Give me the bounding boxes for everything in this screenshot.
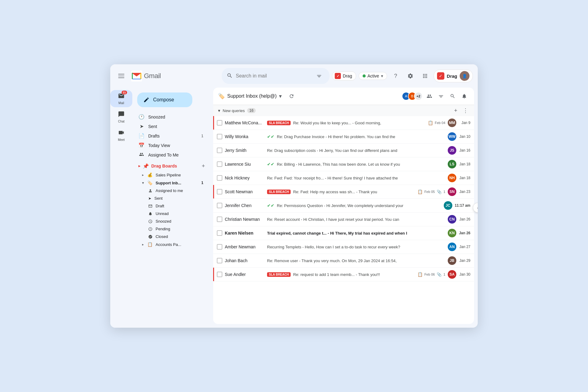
avatar-count: +2 (414, 92, 423, 100)
section-add-button[interactable]: + (452, 107, 459, 114)
avatar-stack: A B +2 (402, 92, 423, 100)
add-member-button[interactable] (424, 91, 434, 101)
email-checkbox[interactable] (217, 258, 222, 263)
snoozed-label: Snoozed (148, 115, 203, 119)
sidebar-support-inbox[interactable]: ▾ 🏷️ Support Inb... 1 (132, 179, 208, 187)
search-bar[interactable] (222, 68, 330, 84)
nav-chat[interactable]: Chat (110, 108, 132, 126)
hamburger-button[interactable] (115, 70, 127, 82)
boards-icon: 📌 (143, 163, 149, 169)
settings-button[interactable] (404, 70, 417, 82)
email-checkbox[interactable] (217, 161, 222, 167)
sla-badge: SLA BREACH (267, 190, 291, 194)
email-row[interactable]: Jerry Smith Re: Drag subscription costs … (213, 144, 474, 157)
email-row[interactable]: Karen Nielsen Trial expired, cannot chan… (213, 226, 474, 240)
sidebar-unread-sub[interactable]: Unread (132, 210, 208, 217)
email-sender: Lawrence Siu (225, 162, 265, 167)
sidebar-sent-sub[interactable]: ➤ Sent (132, 194, 208, 202)
email-checkbox[interactable] (217, 134, 222, 139)
sidebar-sales-pipeline[interactable]: ▸ 💰 Sales Pipeline (132, 171, 208, 179)
mail-icon: 21 (118, 92, 125, 101)
email-row[interactable]: Nick Hickney Re: Fwd: Fwd: Your receipt … (213, 171, 474, 185)
email-row[interactable]: Johan Bach Re: Remove user - Thank you v… (213, 254, 474, 268)
filter-button[interactable] (436, 91, 446, 101)
apps-button[interactable] (419, 70, 431, 82)
email-sender: Willy Wonka (225, 134, 265, 139)
email-row[interactable]: Matthew McCona... SLA BREACH Re: Would y… (213, 116, 474, 130)
email-preview: Re: Fwd: Fwd: Your receipt fro... - Hi t… (267, 176, 445, 180)
email-row[interactable]: Sue Andler SLA BREACH Re: request to add… (213, 268, 474, 281)
svg-rect-1 (118, 76, 124, 76)
section-more-button[interactable]: ⋮ (462, 107, 469, 114)
section-chevron-icon[interactable]: ▾ (218, 108, 220, 113)
email-date: Jan 10 (459, 134, 470, 139)
sidebar-accounts-pa[interactable]: ▸ 📋 Accounts Pa... (132, 240, 208, 248)
email-checkbox[interactable] (217, 272, 222, 277)
assigned-sub-icon (148, 189, 153, 193)
email-avatar: LS (448, 160, 456, 168)
email-sender: Jerry Smith (225, 148, 265, 153)
email-date: Jan 27 (459, 245, 470, 249)
accounts-pa-icon: 📋 (147, 242, 153, 247)
email-date: Jan 26 (459, 217, 470, 221)
pending-sub-label: Pending (156, 227, 170, 231)
nav-mail[interactable]: 21 Mail (110, 90, 132, 107)
drag-boards-section[interactable]: ▸ 📌 Drag Boards + (132, 160, 212, 171)
inbox-title[interactable]: 🏷️ Support Inbox (help@) ▾ (218, 93, 282, 100)
note-icon: 📋 (417, 189, 423, 194)
nav-meet[interactable]: Meet (110, 127, 132, 144)
mail-label: Mail (119, 101, 124, 105)
sidebar-drafts[interactable]: 📄 Drafts 1 (132, 131, 208, 141)
sidebar-closed-sub[interactable]: Closed (132, 233, 208, 240)
email-checkbox[interactable] (217, 217, 222, 222)
email-row[interactable]: Scott Newman SLA BREACH Re: Fwd: Help my… (213, 185, 474, 199)
email-row[interactable]: Christian Newman Re: Reset account - Hi … (213, 213, 474, 226)
closed-sub-label: Closed (156, 234, 168, 239)
sidebar-sent[interactable]: ➤ Sent (132, 122, 208, 131)
email-checkbox[interactable] (217, 120, 222, 126)
inbox-title-icon: 🏷️ (218, 93, 225, 100)
notifications-button[interactable] (459, 91, 469, 101)
email-preview: Re: Drag subscription costs - Hi Jerry, … (267, 148, 445, 153)
email-checkbox[interactable] (217, 175, 222, 181)
sidebar-pending-sub[interactable]: Pending (132, 225, 208, 233)
snoozed-sub-icon (148, 219, 153, 224)
inbox-refresh-button[interactable] (287, 91, 296, 101)
boards-expand-icon: ▸ (138, 164, 140, 168)
search-input[interactable] (236, 73, 311, 79)
email-sender: Johan Bach (225, 258, 265, 263)
user-avatar[interactable]: 👤 (460, 71, 469, 81)
email-preview: Re: Permissions Question - Hi Jennifer, … (277, 203, 441, 208)
note-date: Feb 05 (424, 190, 435, 194)
email-date: Jan 16 (459, 148, 470, 153)
inbox-search-button[interactable] (448, 91, 458, 101)
sidebar-assigned-to-me-sub[interactable]: Assigned to me (132, 187, 208, 194)
help-button[interactable]: ? (390, 70, 402, 82)
email-avatar: SN (448, 187, 456, 196)
email-checkbox[interactable] (217, 244, 222, 250)
drag-check-icon: ✓ (437, 72, 444, 80)
sidebar-snoozed[interactable]: 🕐 Snoozed (132, 112, 208, 122)
email-checkbox[interactable] (217, 148, 222, 153)
email-sender: Matthew McCona... (225, 120, 265, 125)
email-row[interactable]: Willy Wonka ✔✔ Re: Drag Purchase Invoice… (213, 130, 474, 144)
compose-button[interactable]: Compose (137, 92, 192, 107)
sidebar-today-view[interactable]: 📅 Today View (132, 141, 208, 150)
sidebar-draft-sub[interactable]: Draft (132, 202, 208, 210)
email-preview: Re: Remove user - Thank you very much. O… (267, 258, 445, 263)
sidebar-snoozed-sub[interactable]: Snoozed (132, 217, 208, 225)
email-checkbox[interactable] (217, 230, 222, 236)
email-date: Jan 23 (459, 190, 470, 194)
sidebar-assigned-to-me[interactable]: Assigned To Me (132, 150, 208, 160)
sales-pipeline-label: Sales Pipeline (156, 173, 181, 177)
assigned-to-me-icon (138, 152, 145, 158)
email-checkbox[interactable] (217, 189, 222, 194)
boards-add-button[interactable]: + (200, 162, 207, 170)
email-row[interactable]: Lawrence Siu ✔✔ Re: Billing - Hi Lawrenc… (213, 157, 474, 171)
search-filter-button[interactable] (314, 70, 325, 81)
assigned-to-me-sub-label: Assigned to me (156, 188, 183, 193)
email-checkbox[interactable] (217, 203, 222, 208)
active-status-badge[interactable]: Active ▾ (359, 72, 387, 80)
email-row[interactable]: Jennifer Chen ✔✔ Re: Permissions Questio… (213, 199, 474, 213)
email-row[interactable]: Amber Newman Recurring Templets - Hello,… (213, 240, 474, 254)
